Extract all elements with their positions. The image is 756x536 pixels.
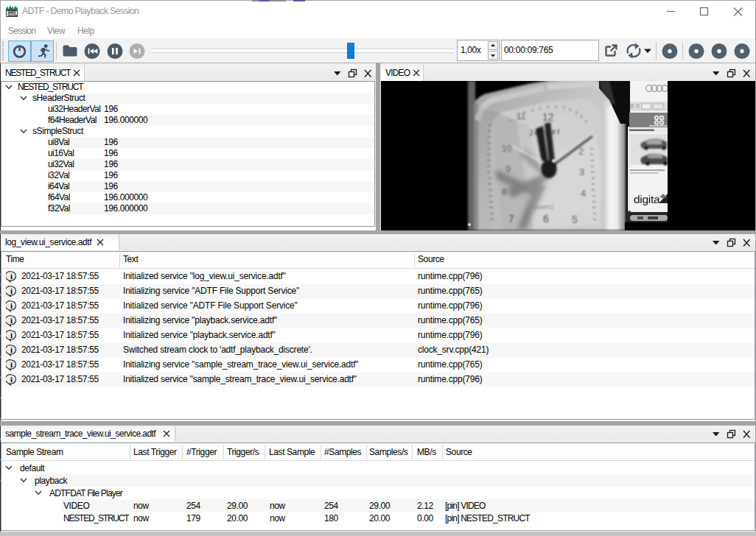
svg-text:i: i xyxy=(10,286,13,295)
svg-text:2: 2 xyxy=(578,146,584,157)
svg-text:i: i xyxy=(10,331,13,339)
svg-text:3: 3 xyxy=(579,166,584,177)
svg-text:4: 4 xyxy=(581,188,586,199)
svg-text:i: i xyxy=(10,345,13,354)
svg-text:i: i xyxy=(10,301,13,310)
svg-text:9: 9 xyxy=(505,163,511,174)
svg-text:6: 6 xyxy=(543,213,549,225)
svg-text:7: 7 xyxy=(508,213,514,225)
svg-text:8: 8 xyxy=(502,186,507,197)
svg-text:10: 10 xyxy=(502,144,512,154)
svg-text:i: i xyxy=(10,316,13,325)
svg-text:digita: digita xyxy=(634,193,660,205)
svg-text:12: 12 xyxy=(542,111,554,123)
svg-text:i: i xyxy=(10,375,13,384)
svg-text:i: i xyxy=(10,272,13,281)
svg-text:5: 5 xyxy=(572,214,578,225)
svg-text:i: i xyxy=(10,360,13,369)
svg-text:11: 11 xyxy=(517,111,526,121)
